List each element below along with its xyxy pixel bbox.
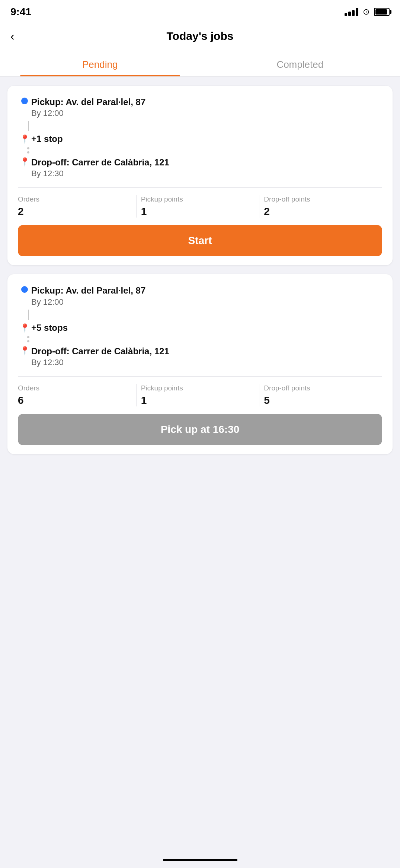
pickup-icon-col-2 xyxy=(18,285,31,293)
stat-dropoff-2: Drop-off points 5 xyxy=(259,384,382,406)
connector-dot-2 xyxy=(27,151,29,153)
connector-dot-1 xyxy=(27,147,29,149)
status-bar: 9:41 ⊙ xyxy=(0,0,400,22)
connector-line-2 xyxy=(28,310,29,320)
stat-pickup-1: Pickup points 1 xyxy=(136,195,259,218)
dropoff-text-2: Drop-off: Carrer de Calàbria, 121 By 12:… xyxy=(31,345,382,367)
stop-item-2: 📍 +5 stops xyxy=(18,323,382,333)
dropoff-item-2: 📍 Drop-off: Carrer de Calàbria, 121 By 1… xyxy=(18,345,382,367)
stat-orders-1: Orders 2 xyxy=(18,195,136,218)
dropoff-text: Drop-off: Carrer de Calàbria, 121 By 12:… xyxy=(31,156,382,178)
green-pin-icon-2: 📍 xyxy=(20,324,30,332)
stats-row-1: Orders 2 Pickup points 1 Drop-off points… xyxy=(18,187,382,218)
stat-pickup-2: Pickup points 1 xyxy=(136,384,259,406)
stats-row-2: Orders 6 Pickup points 1 Drop-off points… xyxy=(18,376,382,406)
connector-dot-4 xyxy=(27,340,29,342)
battery-icon xyxy=(374,8,390,16)
dropoff-pin-icon: 📍 xyxy=(20,158,30,166)
start-button[interactable]: Start xyxy=(18,225,382,256)
dropoff-icon-col-2: 📍 xyxy=(18,345,31,355)
pickup-text-2: Pickup: Av. del Paral·lel, 87 By 12:00 xyxy=(31,285,382,307)
connector-dot-3 xyxy=(27,336,29,338)
status-icons: ⊙ xyxy=(345,7,390,17)
connector-line xyxy=(28,121,29,131)
route-section-1: Pickup: Av. del Paral·lel, 87 By 12:00 📍… xyxy=(18,96,382,178)
job-card-1: Pickup: Av. del Paral·lel, 87 By 12:00 📍… xyxy=(7,86,393,265)
signal-icon xyxy=(345,8,358,16)
stat-orders-2: Orders 6 xyxy=(18,384,136,406)
stat-dropoff-1: Drop-off points 2 xyxy=(259,195,382,218)
dropoff-item-1: 📍 Drop-off: Carrer de Calàbria, 121 By 1… xyxy=(18,156,382,178)
status-time: 9:41 xyxy=(10,6,31,18)
back-button[interactable]: ‹ xyxy=(10,29,15,43)
pickup-text: Pickup: Av. del Paral·lel, 87 By 12:00 xyxy=(31,96,382,118)
pickup-icon-col xyxy=(18,96,31,104)
stop-icon-col: 📍 xyxy=(18,134,31,143)
green-pin-icon: 📍 xyxy=(20,135,30,143)
pickup-button[interactable]: Pick up at 16:30 xyxy=(18,414,382,445)
tab-pending[interactable]: Pending xyxy=(0,51,200,76)
header: ‹ Today's jobs xyxy=(0,22,400,51)
stop-text-2: +5 stops xyxy=(31,323,382,333)
blue-dot-icon xyxy=(21,98,28,104)
jobs-list: Pickup: Av. del Paral·lel, 87 By 12:00 📍… xyxy=(0,77,400,491)
stop-item-1: 📍 +1 stop xyxy=(18,134,382,144)
stop-icon-col-2: 📍 xyxy=(18,323,31,332)
page-title: Today's jobs xyxy=(167,30,234,42)
route-section-2: Pickup: Av. del Paral·lel, 87 By 12:00 📍… xyxy=(18,285,382,367)
tabs: Pending Completed xyxy=(0,51,400,77)
blue-dot-icon-2 xyxy=(21,286,28,293)
wifi-icon: ⊙ xyxy=(363,7,369,17)
pickup-item-1: Pickup: Av. del Paral·lel, 87 By 12:00 xyxy=(18,96,382,118)
dropoff-icon-col: 📍 xyxy=(18,156,31,166)
home-indicator xyxy=(163,859,237,861)
stop-text: +1 stop xyxy=(31,134,382,144)
tab-completed[interactable]: Completed xyxy=(200,51,400,76)
dropoff-pin-icon-2: 📍 xyxy=(20,347,30,355)
job-card-2: Pickup: Av. del Paral·lel, 87 By 12:00 📍… xyxy=(7,274,393,454)
pickup-item-2: Pickup: Av. del Paral·lel, 87 By 12:00 xyxy=(18,285,382,307)
